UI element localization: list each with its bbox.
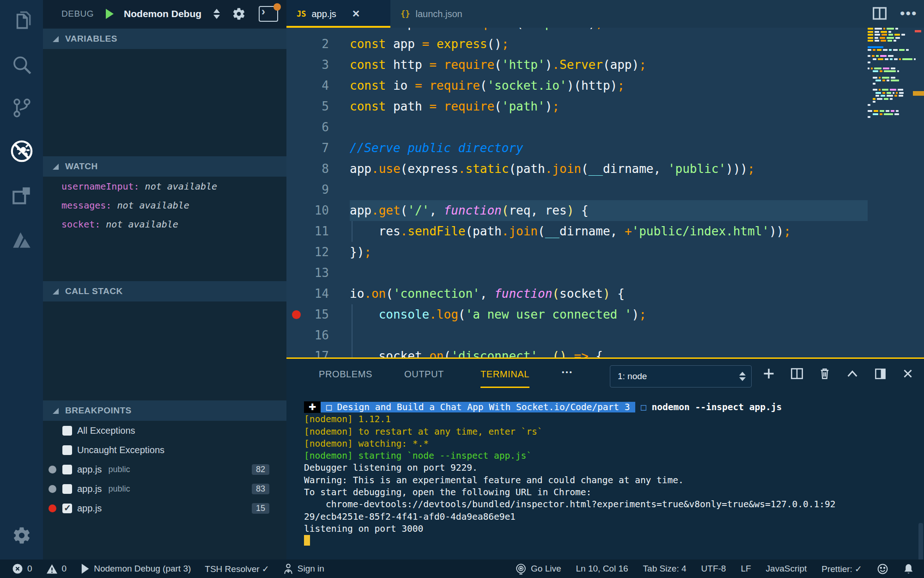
tab-launch-json[interactable]: {} launch.json [390, 0, 504, 28]
watch-expression[interactable]: usernameInput:not available [43, 177, 286, 196]
code-line-7[interactable]: 7//Serve public directory [286, 138, 924, 159]
debug-config-selector[interactable]: Nodemon Debug [124, 8, 201, 19]
status-label: TSH Resolver ✓ [205, 564, 269, 574]
section-header-watch[interactable]: WATCH [43, 156, 286, 177]
source-control-icon[interactable] [0, 88, 43, 128]
breakpoint-row[interactable]: app.jspublic82 [43, 460, 286, 479]
ruler-orange-marker [913, 91, 924, 96]
status-go-live[interactable]: Go Live [515, 563, 561, 575]
terminal-select[interactable]: 1: node [610, 365, 752, 387]
code-area[interactable]: 1const express = require('express');2con… [286, 28, 924, 357]
json-file-icon: {} [401, 9, 410, 18]
panel-tab-terminal[interactable]: TERMINAL [480, 369, 529, 380]
status-bell[interactable] [903, 563, 914, 575]
breakpoint-row[interactable]: Uncaught Exceptions [43, 440, 286, 460]
status-nodemon-debug-part-3[interactable]: Nodemon Debug (part 3) [80, 563, 191, 574]
search-icon[interactable] [0, 45, 43, 85]
section-header-breakpoints[interactable]: BREAKPOINTS [43, 400, 286, 421]
code-line-11[interactable]: 11 res.sendFile(path.join(__dirname, +'p… [286, 221, 924, 242]
configure-gear-icon[interactable] [232, 7, 246, 21]
breakpoint-row[interactable]: All Exceptions [43, 421, 286, 440]
breakpoint-row[interactable]: app.js15 [43, 498, 286, 518]
code-line-12[interactable]: 12}); [286, 242, 924, 263]
status-lf[interactable]: LF [741, 564, 751, 574]
azure-icon[interactable] [0, 220, 43, 259]
section-title: VARIABLES [65, 34, 117, 44]
settings-gear-icon[interactable] [0, 516, 43, 555]
terminal-output[interactable]: ✚ □ Design and Build a Chat App With Soc… [304, 401, 918, 547]
breakpoint-checkbox[interactable] [62, 484, 72, 494]
code-line-15[interactable]: 15 console.log('a new user connected '); [286, 304, 924, 325]
status-utf-8[interactable]: UTF-8 [701, 564, 726, 574]
breakpoint-glyph[interactable] [292, 310, 301, 319]
extensions-icon[interactable] [0, 176, 43, 216]
start-debug-icon[interactable] [106, 9, 114, 19]
panel-tab-output[interactable]: OUTPUT [404, 369, 444, 380]
collapse-icon[interactable] [846, 369, 859, 379]
code-line-16[interactable]: 16 [286, 325, 924, 346]
section-header-call-stack[interactable]: CALL STACK [43, 281, 286, 301]
breakpoint-checkbox[interactable] [62, 504, 72, 513]
code-line-13[interactable]: 13 [286, 263, 924, 283]
status-smiley[interactable] [877, 563, 888, 575]
breakpoint-checkbox[interactable] [62, 465, 72, 474]
code-line-14[interactable]: 14io.on('connection', function(socket) { [286, 283, 924, 304]
code-line-6[interactable]: 6 [286, 117, 924, 138]
colon: : [134, 181, 140, 192]
code-token: dirname, [603, 162, 668, 176]
close-tab-icon[interactable]: ✕ [352, 8, 360, 19]
status-0[interactable]: 0 [46, 564, 67, 574]
code-token: req, res [509, 203, 566, 217]
code-token: 'express' [523, 28, 589, 30]
status-javascript[interactable]: JavaScript [766, 564, 807, 574]
terminal-text: To start debugging, open the following U… [304, 487, 591, 498]
code-line-3[interactable]: 3const http = require('http').Server(app… [286, 55, 924, 75]
new-terminal-icon[interactable] [762, 367, 775, 380]
status-label: Tab Size: 4 [643, 564, 687, 574]
panel-tab-problems[interactable]: PROBLEMS [319, 369, 372, 380]
debug-icon[interactable] [0, 131, 43, 171]
tab-label: app.js [311, 9, 336, 19]
code-line-2[interactable]: 2const app = express(); [286, 34, 924, 55]
code-line-5[interactable]: 5const path = require('path'); [286, 96, 924, 117]
line-number: 8 [286, 159, 329, 179]
panel-scrollbar[interactable] [918, 523, 923, 561]
status-tsh-resolver[interactable]: TSH Resolver ✓ [205, 564, 269, 574]
maximize-panel-icon[interactable] [874, 368, 887, 380]
split-terminal-icon[interactable] [790, 368, 803, 380]
breakpoint-checkbox[interactable] [62, 445, 72, 455]
code-line-17[interactable]: 17 socket.on('disconnect', () => { [286, 346, 924, 357]
explorer-icon[interactable] [0, 1, 43, 41]
close-panel-icon[interactable] [902, 368, 914, 380]
status-ln-10-col-16[interactable]: Ln 10, Col 16 [576, 564, 628, 574]
kill-terminal-icon[interactable] [819, 367, 831, 380]
code-line-8[interactable]: 8app.use(express.static(path.join(__dirn… [286, 159, 924, 179]
line-number: 7 [286, 138, 329, 159]
status-sign-in[interactable]: Sign in [283, 563, 324, 574]
terminal-text: □ [635, 402, 646, 412]
watch-expression[interactable]: socket:not available [43, 215, 286, 234]
status-0[interactable]: 0 [12, 563, 32, 574]
config-spinner-icon[interactable] [213, 9, 220, 19]
line-number: 14 [286, 283, 329, 304]
code-line-4[interactable]: 4const io = require('socket.io')(http); [286, 75, 924, 96]
status-label: Go Live [531, 564, 561, 574]
status-tab-size-4[interactable]: Tab Size: 4 [643, 564, 687, 574]
split-editor-icon[interactable] [872, 6, 887, 20]
status-prettier[interactable]: Prettier: ✓ [821, 564, 862, 574]
code-line-9[interactable]: 9 [286, 179, 924, 200]
panel-more-icon[interactable]: ••• [562, 368, 573, 376]
terminal-line: Warning: This is an experimental feature… [304, 474, 918, 486]
code-line-10[interactable]: 10app.get('/', function(req, res) { [286, 200, 924, 221]
code-line-1[interactable]: 1const express = require('express'); [286, 28, 924, 34]
code-token: = [415, 79, 422, 92]
breakpoint-row[interactable]: app.jspublic83 [43, 479, 286, 498]
breakpoint-checkbox[interactable] [62, 426, 72, 436]
minimap[interactable] [868, 28, 920, 127]
watch-expression[interactable]: messages:not available [43, 196, 286, 215]
section-header-variables[interactable]: VARIABLES [43, 29, 286, 49]
tab-app-js[interactable]: JS app.js ✕ [286, 0, 390, 28]
debug-console-icon[interactable] [259, 6, 278, 22]
code-token: )(http) [567, 79, 618, 92]
more-actions-icon[interactable]: ••• [900, 11, 918, 16]
